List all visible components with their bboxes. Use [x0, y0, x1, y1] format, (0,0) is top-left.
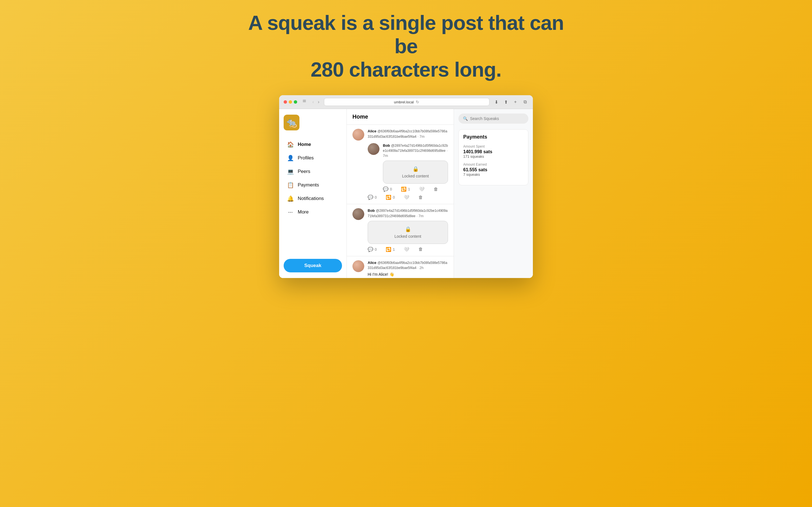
- post-time: · 7m: [417, 134, 424, 138]
- comment-count: 0: [375, 247, 377, 251]
- post-author: Alice: [368, 261, 376, 265]
- post-text: Hi I'm Alice! 👋: [368, 272, 448, 277]
- comment-button[interactable]: 💬 0: [368, 194, 377, 200]
- search-icon: 🔍: [463, 116, 468, 121]
- list-item: Alice @636f60b6aa4f9ba2cc10bb7b08fa598e5…: [347, 125, 454, 204]
- back-button[interactable]: ‹: [311, 99, 315, 105]
- locked-content[interactable]: 🔒 Locked content: [383, 161, 448, 184]
- sidebar-item-peers[interactable]: 💻 Peers: [284, 165, 342, 178]
- tabs-icon[interactable]: ⧉: [522, 99, 528, 105]
- traffic-lights: [284, 100, 297, 104]
- heart-icon: 🤍: [419, 186, 424, 192]
- like-button[interactable]: 🤍: [404, 247, 409, 252]
- download-icon[interactable]: ⬇: [493, 99, 500, 105]
- sidebar-item-more-label: More: [298, 209, 309, 215]
- nested-post-actions: 💬 0 🔁 1 🤍: [383, 186, 448, 192]
- avatar: [352, 208, 364, 220]
- post-time: · 7m: [416, 214, 423, 218]
- amount-spent-value: 1401.998 sats: [463, 149, 523, 154]
- logo-icon: 🐀: [286, 117, 297, 128]
- locked-content[interactable]: 🔒 Locked content: [368, 221, 448, 244]
- forward-button[interactable]: ›: [317, 99, 320, 105]
- right-panel: 🔍 Payments Amount Spent 1401.998 sats 17…: [454, 109, 533, 278]
- delete-button[interactable]: 🗑: [418, 247, 423, 252]
- sidebar-item-notifications-label: Notifications: [298, 196, 324, 202]
- reload-button[interactable]: ↻: [416, 100, 419, 104]
- address-bar[interactable]: umbrel.local ↻: [324, 98, 490, 106]
- delete-button[interactable]: 🗑: [434, 186, 438, 192]
- browser-chrome: ‹ › umbrel.local ↻ ⬇ ⬆ + ⧉: [279, 95, 533, 109]
- amount-spent-label: Amount Spent: [463, 145, 523, 149]
- sidebar-item-home[interactable]: 🏠 Home: [284, 138, 342, 151]
- sidebar-item-payments[interactable]: 📋 Payments: [284, 179, 342, 191]
- trash-icon: 🗑: [418, 247, 423, 252]
- post-author: Bob: [368, 209, 375, 213]
- resqueak-icon: 🔁: [386, 194, 391, 200]
- profiles-icon: 👤: [287, 155, 294, 161]
- post-actions: 💬 0 🔁 0 🤍 🗑: [368, 194, 448, 200]
- lock-icon: 🔒: [412, 166, 419, 172]
- nested-post-author: Bob: [383, 144, 390, 148]
- nested-post-handle: @2897e4a27d1496b1d5f960da1c92be1c4909a71…: [383, 144, 448, 153]
- resqueak-count: 1: [393, 247, 395, 251]
- comment-button[interactable]: 💬 0: [368, 247, 377, 252]
- avatar: [368, 143, 379, 155]
- hero-line1: A squeak is a single post that can be: [248, 11, 564, 57]
- amount-spent-stat: Amount Spent 1401.998 sats 171 squeaks: [463, 145, 523, 159]
- heart-icon: 🤍: [404, 194, 409, 200]
- feed-header: Home: [347, 109, 454, 125]
- locked-content-label: Locked content: [395, 234, 421, 238]
- main-feed: Home Alice @636f60b6aa4f9ba2cc10bb7b08fa…: [347, 109, 454, 278]
- close-button[interactable]: [284, 100, 287, 104]
- trash-icon: 🗑: [418, 195, 423, 200]
- post-content: Bob @2897e4a27d1496b1d5f960da1c92be1c490…: [368, 208, 448, 252]
- sidebar-item-profiles[interactable]: 👤 Profiles: [284, 152, 342, 164]
- sidebar-toggle-icon[interactable]: [303, 100, 308, 104]
- notifications-icon: 🔔: [287, 195, 294, 202]
- trash-icon: 🗑: [434, 187, 438, 192]
- browser-nav: ‹ ›: [311, 99, 320, 105]
- comment-icon: 💬: [383, 186, 389, 192]
- sidebar: 🐀 🏠 Home 👤 Profiles 💻 Peers 📋 Payments 🔔…: [279, 109, 347, 278]
- search-input[interactable]: [470, 116, 524, 121]
- heart-icon: 🤍: [404, 247, 409, 252]
- post-header: Alice @636f60b6aa4f9ba2cc10bb7b08fa598e5…: [352, 260, 448, 278]
- new-tab-icon[interactable]: +: [512, 99, 519, 105]
- sidebar-item-payments-label: Payments: [298, 182, 319, 188]
- nested-post-header: Bob @2897e4a27d1496b1d5f960da1c92be1c490…: [368, 143, 448, 192]
- more-icon: ···: [287, 209, 294, 215]
- squeaks-earned: 7 squeaks: [463, 172, 523, 177]
- resqueak-count: 1: [408, 187, 410, 191]
- sidebar-item-notifications[interactable]: 🔔 Notifications: [284, 192, 342, 205]
- sidebar-item-profiles-label: Profiles: [298, 155, 314, 161]
- like-button[interactable]: 🤍: [404, 194, 409, 200]
- resqueak-button[interactable]: 🔁 0: [386, 194, 395, 200]
- maximize-button[interactable]: [294, 100, 297, 104]
- amount-earned-label: Amount Earned: [463, 163, 523, 166]
- peers-icon: 💻: [287, 168, 294, 175]
- minimize-button[interactable]: [289, 100, 292, 104]
- delete-button[interactable]: 🗑: [418, 194, 423, 200]
- resqueak-icon: 🔁: [386, 247, 391, 252]
- comment-button[interactable]: 💬 0: [383, 186, 392, 192]
- app-logo: 🐀: [284, 115, 299, 130]
- nested-post-content: Bob @2897e4a27d1496b1d5f960da1c92be1c490…: [383, 143, 448, 192]
- post-time: · 2h: [417, 266, 423, 270]
- resqueak-button[interactable]: 🔁 1: [401, 186, 410, 192]
- resqueak-button[interactable]: 🔁 1: [386, 247, 395, 252]
- payments-title: Payments: [463, 134, 523, 140]
- sidebar-item-home-label: Home: [298, 142, 311, 147]
- avatar: [352, 260, 364, 272]
- hero-line2: 280 characters long.: [311, 58, 501, 81]
- comment-icon: 💬: [368, 194, 373, 200]
- post-author: Alice: [368, 129, 376, 133]
- search-bar[interactable]: 🔍: [458, 114, 528, 124]
- share-icon[interactable]: ⬆: [502, 99, 509, 105]
- resqueak-count: 0: [393, 195, 395, 200]
- post-handle: @2897e4a27d1496b1d5f960da1c92be1c4909a71…: [368, 209, 448, 218]
- like-button[interactable]: 🤍: [419, 186, 424, 192]
- comment-count: 0: [375, 195, 377, 200]
- squeak-button[interactable]: Squeak: [284, 259, 342, 272]
- sidebar-item-more[interactable]: ··· More: [284, 206, 342, 218]
- post-header: Alice @636f60b6aa4f9ba2cc10bb7b08fa598e5…: [352, 129, 448, 140]
